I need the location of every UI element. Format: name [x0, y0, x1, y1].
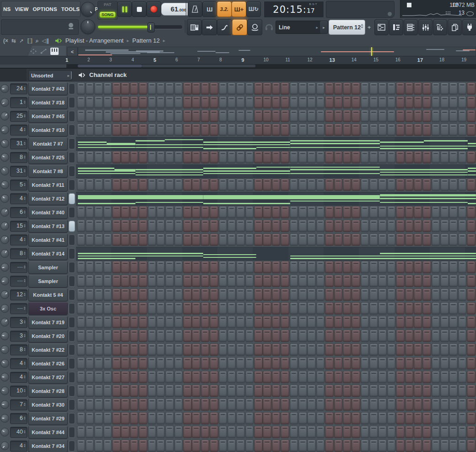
- step-cell[interactable]: [103, 110, 112, 122]
- step-cell[interactable]: [378, 220, 387, 232]
- step-cell[interactable]: [130, 124, 139, 136]
- step-cell[interactable]: [387, 179, 396, 191]
- step-cell[interactable]: [157, 179, 165, 191]
- pan-icon[interactable]: ⇆: [11, 38, 16, 44]
- step-cell[interactable]: [352, 343, 360, 356]
- step-cell[interactable]: [290, 289, 298, 301]
- metronome-button[interactable]: [188, 1, 202, 17]
- step-cell[interactable]: [405, 343, 414, 356]
- step-cell[interactable]: [387, 96, 396, 109]
- step-cell[interactable]: [263, 426, 271, 438]
- step-cell[interactable]: [112, 110, 121, 122]
- step-cell[interactable]: [130, 385, 139, 397]
- step-cell[interactable]: [103, 357, 112, 370]
- step-cell[interactable]: [369, 385, 378, 397]
- step-cell[interactable]: [201, 371, 210, 383]
- step-cell[interactable]: [361, 110, 369, 122]
- step-cell[interactable]: [263, 110, 271, 122]
- step-cell[interactable]: [298, 179, 307, 191]
- step-cell[interactable]: [112, 302, 121, 315]
- mixer-track-number[interactable]: 10: [10, 386, 27, 397]
- step-cell[interactable]: [449, 124, 458, 136]
- step-cell[interactable]: [440, 302, 449, 315]
- countdown-button[interactable]: 3.2.: [217, 1, 232, 17]
- step-cell[interactable]: [139, 343, 147, 356]
- step-cell[interactable]: [174, 206, 183, 218]
- step-cell[interactable]: [298, 343, 307, 356]
- step-cell[interactable]: [432, 330, 440, 342]
- step-cell[interactable]: [272, 316, 281, 328]
- step-cell[interactable]: [387, 110, 396, 122]
- step-cell[interactable]: [290, 275, 298, 287]
- step-cell[interactable]: [307, 440, 316, 452]
- step-cell[interactable]: [307, 302, 316, 315]
- mixer-track-number[interactable]: 4: [10, 234, 27, 245]
- step-cell[interactable]: [298, 110, 307, 122]
- step-cell[interactable]: [165, 357, 174, 370]
- step-cell[interactable]: [387, 426, 396, 438]
- step-cell[interactable]: [405, 316, 414, 328]
- mixer-track-number[interactable]: 4: [10, 193, 27, 204]
- step-cell[interactable]: [440, 275, 449, 287]
- step-cell[interactable]: [334, 371, 343, 383]
- step-cell[interactable]: [334, 343, 343, 356]
- step-cell[interactable]: [86, 179, 94, 191]
- step-cell[interactable]: [449, 357, 458, 370]
- step-cell[interactable]: [440, 234, 449, 246]
- step-cell[interactable]: [405, 371, 414, 383]
- mixer-track-number[interactable]: 40: [10, 427, 27, 438]
- step-cell[interactable]: [432, 220, 440, 232]
- step-cell[interactable]: [387, 234, 396, 246]
- step-cell[interactable]: [112, 440, 121, 452]
- step-cell[interactable]: [86, 330, 94, 342]
- step-cell[interactable]: [432, 179, 440, 191]
- step-cell[interactable]: [422, 385, 431, 397]
- step-cell[interactable]: [201, 124, 210, 136]
- step-cell[interactable]: [414, 385, 422, 397]
- step-cell[interactable]: [219, 206, 227, 218]
- step-cell[interactable]: [192, 343, 200, 356]
- step-cell[interactable]: [192, 412, 200, 425]
- scrollbar-segment[interactable]: [78, 65, 142, 67]
- step-cell[interactable]: [432, 96, 440, 109]
- step-cell[interactable]: [227, 289, 236, 301]
- step-cell[interactable]: [86, 124, 94, 136]
- step-cell[interactable]: [103, 412, 112, 425]
- channel-button[interactable]: Kontakt 7 #19: [28, 316, 68, 329]
- track-number-spinner[interactable]: [23, 169, 26, 173]
- step-cell[interactable]: [361, 412, 369, 425]
- step-cell[interactable]: [467, 440, 476, 452]
- step-cell[interactable]: [139, 220, 147, 232]
- step-cell[interactable]: [361, 261, 369, 273]
- step-cell[interactable]: [290, 426, 298, 438]
- step-cell[interactable]: [378, 343, 387, 356]
- step-cell[interactable]: [290, 110, 298, 122]
- channel-button[interactable]: Kontakt 7 #25: [28, 151, 68, 164]
- step-cell[interactable]: [183, 220, 192, 232]
- mixer-track-number[interactable]: 8: [10, 152, 27, 163]
- step-cell[interactable]: [210, 124, 218, 136]
- step-cell[interactable]: [334, 385, 343, 397]
- step-cell[interactable]: [298, 426, 307, 438]
- step-cell[interactable]: [334, 151, 343, 163]
- step-cell[interactable]: [121, 275, 130, 287]
- step-cell[interactable]: [103, 302, 112, 315]
- step-cell[interactable]: [343, 426, 352, 438]
- step-cell[interactable]: [157, 357, 165, 370]
- step-cell[interactable]: [236, 302, 245, 315]
- step-cell[interactable]: [316, 440, 325, 452]
- step-cell[interactable]: [414, 440, 422, 452]
- menu-item-ns[interactable]: NS: [3, 6, 11, 12]
- step-cell[interactable]: [334, 316, 343, 328]
- step-cell[interactable]: [352, 110, 360, 122]
- step-cell[interactable]: [458, 275, 467, 287]
- track-number-spinner[interactable]: [23, 238, 26, 241]
- step-cell[interactable]: [174, 96, 183, 109]
- step-cell[interactable]: [432, 234, 440, 246]
- step-cell[interactable]: [201, 398, 210, 411]
- step-cell[interactable]: [396, 206, 405, 218]
- step-cell[interactable]: [236, 179, 245, 191]
- step-cell[interactable]: [396, 412, 405, 425]
- step-cell[interactable]: [227, 398, 236, 411]
- master-volume-knob[interactable]: [81, 19, 95, 34]
